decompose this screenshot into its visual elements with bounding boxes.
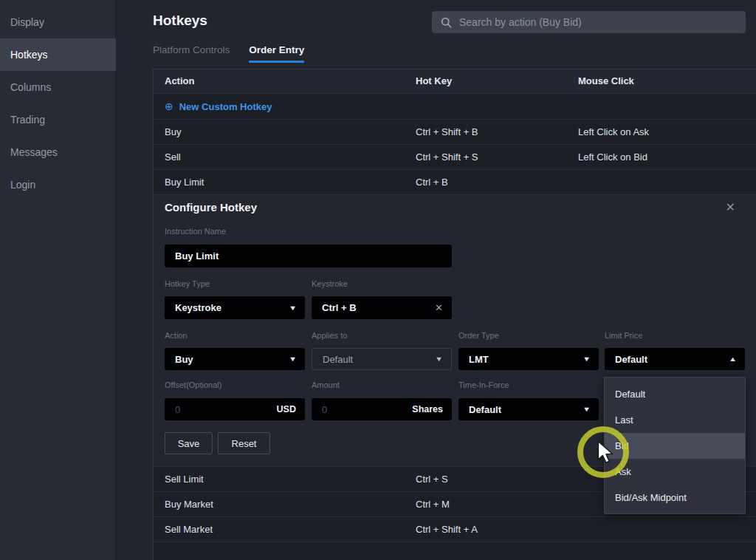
row-action: Sell Limit — [165, 467, 204, 492]
save-button[interactable]: Save — [165, 432, 213, 454]
column-header-action: Action — [165, 69, 194, 93]
offset-field[interactable]: USD — [165, 398, 305, 420]
instruction-name-field[interactable] — [165, 245, 452, 267]
row-hotkey: Ctrl + Shift + S — [416, 145, 478, 170]
row-action: Sell Market — [165, 517, 213, 542]
row-hotkey: Ctrl + B — [416, 170, 448, 195]
table-row-sell[interactable]: Sell Ctrl + Shift + S Left Click on Bid — [154, 144, 756, 169]
table-row-buy[interactable]: Buy Ctrl + Shift + B Left Click on Ask — [154, 119, 756, 144]
instruction-name-input[interactable] — [175, 250, 443, 262]
search-icon — [441, 17, 452, 28]
keystroke-label: Keystroke — [312, 279, 348, 288]
column-header-hotkey: Hot Key — [416, 69, 452, 93]
table-header-row: Action Hot Key Mouse Click — [154, 69, 756, 93]
row-hotkey: Ctrl + S — [416, 467, 448, 492]
settings-sidebar: Display Hotkeys Columns Trading Messages… — [0, 0, 116, 560]
amount-input[interactable] — [322, 404, 412, 415]
chevron-down-icon: ▼ — [435, 355, 443, 363]
clear-icon[interactable]: ✕ — [435, 302, 443, 313]
time-in-force-value: Default — [469, 404, 583, 415]
reset-button[interactable]: Reset — [218, 432, 270, 454]
applies-to-value: Default — [323, 354, 436, 365]
row-mouse-click: Left Click on Ask — [578, 120, 649, 145]
new-custom-hotkey-button[interactable]: ⊕New Custom Hotkey — [154, 93, 756, 119]
amount-unit: Shares — [412, 404, 443, 414]
search-input[interactable] — [459, 16, 737, 28]
offset-label: Offset(Optional) — [165, 380, 221, 389]
action-dropdown[interactable]: Buy ▼ — [165, 348, 305, 370]
offset-unit: USD — [277, 404, 296, 414]
option-default[interactable]: Default — [605, 381, 745, 407]
settings-tabs: Platform Controls Order Entry — [153, 44, 304, 63]
action-label: Action — [165, 331, 188, 340]
tab-platform-controls[interactable]: Platform Controls — [153, 44, 230, 63]
applies-to-label: Applies to — [312, 331, 347, 340]
row-action: Sell — [165, 145, 181, 170]
action-value: Buy — [175, 354, 289, 365]
sidebar-item-messages[interactable]: Messages — [0, 136, 116, 168]
hotkey-type-value: Keystroke — [175, 302, 289, 313]
time-in-force-label: Time-In-Force — [458, 380, 509, 389]
instruction-name-label: Instruction Name — [165, 227, 226, 236]
sidebar-item-login[interactable]: Login — [0, 168, 116, 201]
row-action: Buy Market — [165, 492, 213, 517]
order-type-label: Order Type — [458, 331, 499, 340]
order-type-value: LMT — [469, 354, 583, 365]
page-title: Hotkeys — [153, 13, 207, 29]
time-in-force-dropdown[interactable]: Default ▼ — [458, 398, 599, 420]
applies-to-dropdown[interactable]: Default ▼ — [312, 348, 452, 370]
cursor-pointer — [597, 440, 616, 464]
row-hotkey: Ctrl + Shift + B — [416, 120, 478, 145]
row-hotkey: Ctrl + Shift + A — [416, 517, 478, 542]
row-mouse-click: Left Click on Bid — [578, 145, 647, 170]
sidebar-item-display[interactable]: Display — [0, 6, 116, 38]
offset-input[interactable] — [175, 404, 277, 415]
row-action: Buy — [165, 120, 181, 145]
limit-price-label: Limit Price — [605, 331, 642, 340]
sidebar-item-columns[interactable]: Columns — [0, 71, 116, 103]
order-type-dropdown[interactable]: LMT ▼ — [458, 348, 599, 370]
option-last[interactable]: Last — [605, 407, 745, 433]
chevron-down-icon: ▼ — [583, 406, 591, 413]
option-bid-ask-midpoint[interactable]: Bid/Ask Midpoint — [605, 485, 745, 511]
configure-hotkey-title: Configure Hotkey — [165, 201, 257, 214]
table-row-buy-limit[interactable]: Buy Limit Ctrl + B — [154, 169, 756, 194]
limit-price-value: Default — [615, 354, 729, 365]
new-custom-hotkey-label: New Custom Hotkey — [179, 101, 272, 112]
search-box[interactable] — [432, 11, 746, 33]
limit-price-dropdown[interactable]: Default ▲ — [605, 348, 745, 370]
chevron-down-icon: ▼ — [583, 355, 591, 363]
amount-field[interactable]: Shares — [312, 398, 452, 420]
tab-order-entry[interactable]: Order Entry — [249, 44, 304, 63]
amount-label: Amount — [312, 380, 340, 389]
chevron-down-icon: ▼ — [289, 304, 297, 312]
hotkey-type-dropdown[interactable]: Keystroke ▼ — [165, 296, 305, 319]
sidebar-item-trading[interactable]: Trading — [0, 103, 116, 136]
keystroke-value: Ctrl + B — [322, 302, 435, 313]
chevron-down-icon: ▼ — [289, 355, 297, 363]
close-icon[interactable]: ✕ — [726, 200, 735, 214]
row-action: Buy Limit — [165, 170, 204, 195]
plus-circle-icon: ⊕ — [165, 100, 173, 112]
hotkey-type-label: Hotkey Type — [165, 279, 210, 288]
keystroke-field[interactable]: Ctrl + B ✕ — [312, 296, 452, 319]
chevron-up-icon: ▲ — [729, 355, 737, 363]
sidebar-item-hotkeys[interactable]: Hotkeys — [0, 38, 116, 71]
column-header-mouse-click: Mouse Click — [578, 69, 634, 93]
table-row-sell-market[interactable]: Sell Market Ctrl + Shift + A — [154, 516, 756, 542]
table-row-empty — [154, 542, 756, 560]
row-hotkey: Ctrl + M — [416, 492, 450, 517]
